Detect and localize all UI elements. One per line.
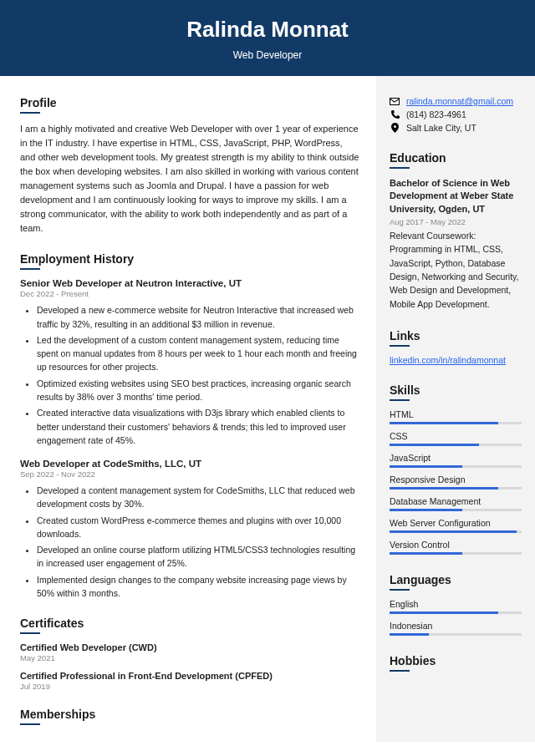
job-entry: Web Developer at CodeSmiths, LLC, UTSep …: [20, 459, 359, 600]
job-bullets: Developed a content management system fo…: [20, 484, 359, 600]
job-dates: Sep 2022 - Nov 2022: [20, 469, 359, 479]
person-role: Web Developer: [0, 49, 535, 61]
main-column: Profile I am a highly motivated and crea…: [0, 76, 376, 742]
skill-name: Version Control: [390, 540, 522, 550]
job-bullet: Implemented design changes to the compan…: [37, 573, 359, 601]
skill-item: Database Management: [390, 496, 522, 511]
cert-date: Jul 2019: [20, 682, 359, 691]
employment-section: Employment History Senior Web Developer …: [20, 252, 359, 600]
language-bar-fill: [390, 633, 429, 636]
hobbies-heading: Hobbies: [390, 654, 522, 667]
job-title: Senior Web Developer at Neutron Interact…: [20, 278, 359, 288]
job-bullet: Developed an online course platform util…: [37, 543, 359, 571]
skills-heading: Skills: [390, 383, 522, 397]
skill-bar-fill: [390, 530, 517, 533]
skill-item: HTML: [390, 409, 522, 424]
heading-underline: [20, 723, 40, 725]
skill-item: Version Control: [390, 540, 522, 555]
education-degree: Bachelor of Science in Web Development a…: [390, 177, 522, 216]
job-bullet: Created interactive data visualizations …: [37, 406, 359, 447]
memberships-section: Memberships: [20, 708, 359, 725]
skill-name: Database Management: [390, 496, 522, 506]
job-bullet: Led the development of a custom content …: [37, 333, 359, 374]
job-entry: Senior Web Developer at Neutron Interact…: [20, 278, 359, 447]
skill-bar: [390, 465, 522, 468]
skill-name: JavaScript: [390, 453, 522, 463]
phone-text: (814) 823-4961: [406, 109, 466, 119]
contact-email-row: ralinda.monnat@gmail.com: [390, 96, 522, 106]
language-bar: [390, 633, 522, 636]
skill-bar-fill: [390, 422, 498, 424]
skill-bar: [390, 530, 522, 533]
education-section: Education Bachelor of Science in Web Dev…: [390, 151, 522, 311]
heading-underline: [390, 167, 410, 169]
skill-name: Web Server Configuration: [390, 518, 522, 528]
sidebar: ralinda.monnat@gmail.com (814) 823-4961 …: [376, 76, 535, 742]
job-dates: Dec 2022 - Present: [20, 289, 359, 298]
header: Ralinda Monnat Web Developer: [0, 0, 535, 76]
cert-name: Certified Professional in Front-End Deve…: [20, 671, 359, 681]
cert-date: May 2021: [20, 653, 359, 662]
skill-bar-fill: [390, 509, 462, 511]
heading-underline: [390, 589, 410, 591]
skill-bar: [390, 444, 522, 446]
email-link[interactable]: ralinda.monnat@gmail.com: [406, 96, 513, 106]
skill-bar-fill: [390, 444, 479, 446]
education-text: Relevant Coursework: Programming in HTML…: [390, 229, 522, 311]
languages-section: Languages EnglishIndonesian: [390, 573, 522, 636]
skill-item: Web Server Configuration: [390, 518, 522, 533]
links-heading: Links: [390, 329, 522, 342]
memberships-heading: Memberships: [20, 708, 359, 721]
job-bullet: Created custom WordPress e-commerce them…: [37, 514, 359, 541]
heading-underline: [20, 632, 40, 634]
contact-section: ralinda.monnat@gmail.com (814) 823-4961 …: [390, 96, 522, 133]
language-name: English: [390, 599, 522, 609]
skill-bar-fill: [390, 552, 462, 555]
language-item: English: [390, 599, 522, 614]
job-title: Web Developer at CodeSmiths, LLC, UT: [20, 459, 359, 469]
skills-section: Skills HTMLCSSJavaScriptResponsive Desig…: [390, 383, 522, 555]
skill-name: CSS: [390, 431, 522, 441]
language-bar-fill: [390, 611, 498, 614]
heading-underline: [390, 399, 410, 401]
profile-heading: Profile: [20, 96, 359, 109]
language-bar: [390, 611, 522, 614]
language-item: Indonesian: [390, 621, 522, 636]
linkedin-link[interactable]: linkedin.com/in/ralindamonnat: [390, 355, 506, 365]
skill-item: CSS: [390, 431, 522, 446]
job-bullet: Optimized existing websites using SEO be…: [37, 377, 359, 404]
skill-bar: [390, 487, 522, 490]
education-dates: Aug 2017 - May 2022: [390, 217, 522, 226]
skill-bar-fill: [390, 465, 462, 468]
cert-name: Certified Web Developer (CWD): [20, 642, 359, 652]
skill-bar: [390, 509, 522, 511]
links-section: Links linkedin.com/in/ralindamonnat: [390, 329, 522, 365]
language-name: Indonesian: [390, 621, 522, 631]
location-text: Salt Lake City, UT: [406, 123, 476, 133]
heading-underline: [390, 345, 410, 347]
certificates-section: Certificates Certified Web Developer (CW…: [20, 616, 359, 691]
skill-name: HTML: [390, 409, 522, 419]
skill-item: JavaScript: [390, 453, 522, 468]
profile-section: Profile I am a highly motivated and crea…: [20, 96, 359, 236]
heading-underline: [20, 268, 40, 270]
contact-phone-row: (814) 823-4961: [390, 109, 522, 119]
heading-underline: [20, 112, 40, 114]
job-bullets: Developed a new e-commerce website for N…: [20, 303, 359, 447]
phone-icon: [390, 110, 400, 119]
skill-item: Responsive Design: [390, 474, 522, 490]
skill-bar: [390, 552, 522, 555]
contact-location-row: Salt Lake City, UT: [390, 123, 522, 133]
skill-bar: [390, 422, 522, 424]
heading-underline: [390, 670, 410, 672]
profile-text: I am a highly motivated and creative Web…: [20, 122, 359, 236]
certificates-heading: Certificates: [20, 616, 359, 630]
languages-heading: Languages: [390, 573, 522, 586]
skill-bar-fill: [390, 487, 498, 490]
job-bullet: Developed a content management system fo…: [37, 484, 359, 511]
hobbies-section: Hobbies: [390, 654, 522, 672]
person-name: Ralinda Monnat: [0, 17, 535, 43]
education-heading: Education: [390, 151, 522, 165]
job-bullet: Developed a new e-commerce website for N…: [37, 303, 359, 331]
envelope-icon: [390, 98, 400, 105]
